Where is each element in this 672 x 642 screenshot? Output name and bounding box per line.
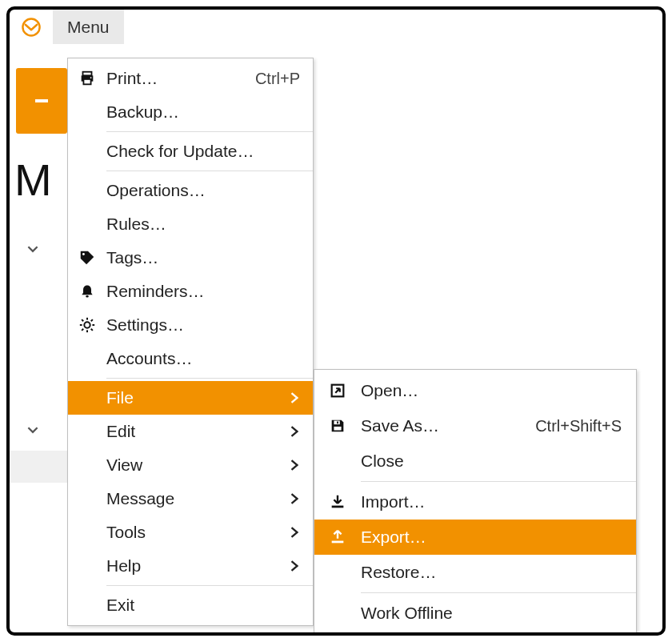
submenu-item-label: Import… <box>361 492 636 512</box>
menu-item-label: Rules… <box>106 215 313 234</box>
menu-item-rules[interactable]: Rules… <box>68 207 313 241</box>
menu-item-label: View <box>106 455 290 475</box>
menu-item-operations[interactable]: Operations… <box>68 174 313 207</box>
submenu-arrow-icon <box>290 426 313 437</box>
sidebar-collapse-chevron-2[interactable] <box>27 424 38 435</box>
app-window: Menu M Print… Ctrl+P Backup… Check for U… <box>6 6 666 636</box>
svg-point-0 <box>22 18 39 35</box>
menu-item-check-update[interactable]: Check for Update… <box>68 134 313 168</box>
menu-item-label: Backup… <box>106 102 313 122</box>
tag-icon <box>68 249 106 267</box>
chevron-down-icon <box>27 424 38 435</box>
menu-item-tags[interactable]: Tags… <box>68 241 313 275</box>
menu-item-edit[interactable]: Edit <box>68 415 313 448</box>
submenu-item-export[interactable]: Export… <box>314 520 636 555</box>
menu-item-label: File <box>106 388 290 407</box>
svg-rect-20 <box>332 506 344 508</box>
menu-item-label: Check for Update… <box>106 142 313 161</box>
menu-item-view[interactable]: View <box>68 448 313 482</box>
submenu-item-label: Export… <box>361 528 636 547</box>
menu-item-file[interactable]: File <box>68 381 313 415</box>
submenu-arrow-icon <box>290 459 313 471</box>
ribbon-button[interactable] <box>16 68 67 134</box>
top-bar: Menu <box>10 10 662 45</box>
menu-item-label: Accounts… <box>106 349 313 368</box>
svg-line-15 <box>91 319 93 321</box>
svg-rect-21 <box>332 541 344 544</box>
svg-point-5 <box>82 253 85 255</box>
menu-item-label: Help <box>106 556 290 576</box>
import-icon <box>314 493 361 511</box>
menu-separator <box>106 131 313 132</box>
menu-item-label: Tools <box>106 523 290 542</box>
submenu-separator <box>361 592 636 593</box>
submenu-item-saveas[interactable]: Save As… Ctrl+Shift+S <box>314 408 636 443</box>
svg-point-7 <box>84 322 90 327</box>
minus-icon <box>35 99 48 102</box>
svg-point-4 <box>90 77 92 78</box>
page-heading-fragment: M <box>14 154 52 206</box>
svg-rect-6 <box>86 295 88 298</box>
submenu-item-label: Restore… <box>361 563 636 582</box>
menu-item-print[interactable]: Print… Ctrl+P <box>68 62 313 95</box>
menu-item-label: Message <box>106 489 290 508</box>
submenu-item-close[interactable]: Close <box>314 443 636 479</box>
submenu-item-label: Open… <box>361 381 636 400</box>
menu-item-label: Exit <box>106 596 313 615</box>
menu-button[interactable]: Menu <box>53 10 124 44</box>
svg-rect-19 <box>337 422 338 424</box>
submenu-item-label: Work Offline <box>361 604 636 623</box>
menu-item-settings[interactable]: Settings… <box>68 308 313 342</box>
menu-item-tools[interactable]: Tools <box>68 516 313 549</box>
svg-rect-3 <box>83 79 90 84</box>
file-submenu: Open… Save As… Ctrl+Shift+S Close Import… <box>314 369 637 635</box>
app-logo <box>10 10 53 44</box>
export-icon <box>314 528 361 546</box>
menu-item-label: Settings… <box>106 315 313 335</box>
envelope-logo-icon <box>21 17 42 38</box>
main-menu: Print… Ctrl+P Backup… Check for Update… … <box>67 58 314 626</box>
menu-item-label: Edit <box>106 422 290 441</box>
submenu-arrow-icon <box>290 527 313 538</box>
svg-rect-1 <box>83 72 92 76</box>
svg-line-12 <box>82 319 83 321</box>
menu-item-shortcut: Ctrl+P <box>255 70 313 88</box>
chevron-down-icon <box>27 243 38 255</box>
menu-item-label: Print… <box>106 69 255 88</box>
open-icon <box>314 382 361 399</box>
submenu-item-label: Save As… <box>361 416 535 435</box>
submenu-arrow-icon <box>290 560 313 572</box>
save-icon <box>314 417 361 435</box>
menu-item-help[interactable]: Help <box>68 549 313 583</box>
menu-separator <box>106 378 313 379</box>
submenu-item-import[interactable]: Import… <box>314 484 636 520</box>
menu-item-label: Reminders… <box>106 282 313 301</box>
menu-item-exit[interactable]: Exit <box>68 588 313 622</box>
gear-icon <box>68 316 106 334</box>
sidebar-collapse-chevron-1[interactable] <box>27 243 38 255</box>
menu-item-accounts[interactable]: Accounts… <box>68 342 313 375</box>
svg-line-13 <box>91 329 93 331</box>
menu-separator <box>106 171 313 171</box>
menu-button-label: Menu <box>67 18 110 37</box>
submenu-item-label: Close <box>361 451 636 471</box>
svg-rect-18 <box>334 427 341 431</box>
submenu-item-restore[interactable]: Restore… <box>314 555 636 590</box>
submenu-item-work-offline[interactable]: Work Offline <box>314 596 636 631</box>
menu-item-message[interactable]: Message <box>68 482 313 516</box>
submenu-arrow-icon <box>290 392 313 403</box>
submenu-arrow-icon <box>290 493 313 504</box>
menu-item-label: Operations… <box>106 181 313 200</box>
submenu-item-open[interactable]: Open… <box>314 373 636 408</box>
submenu-separator <box>361 481 636 482</box>
svg-rect-17 <box>334 421 339 425</box>
svg-line-14 <box>82 329 83 331</box>
bell-icon <box>68 283 106 299</box>
print-icon <box>68 70 106 87</box>
menu-separator <box>106 585 313 586</box>
menu-item-label: Tags… <box>106 248 313 267</box>
menu-item-reminders[interactable]: Reminders… <box>68 275 313 308</box>
submenu-item-shortcut: Ctrl+Shift+S <box>535 417 636 435</box>
menu-item-backup[interactable]: Backup… <box>68 95 313 129</box>
